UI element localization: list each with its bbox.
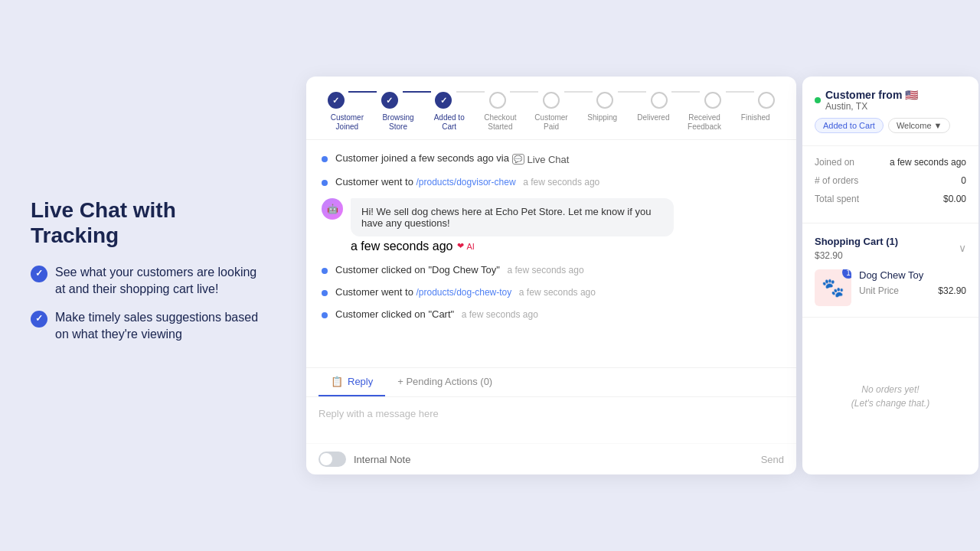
connector-7 <box>671 91 700 93</box>
customer-tags: Added to Cart Welcome ▼ <box>815 118 966 133</box>
feature-text-2: Make timely sales suggestions based on w… <box>55 309 268 344</box>
timestamp-4: a few seconds ago <box>519 287 596 298</box>
step-circle-6 <box>596 92 613 109</box>
page-link-2: /products/dog-chew-toy <box>416 287 512 298</box>
step-label-5: CustomerPaid <box>526 113 577 132</box>
step-label-8: ReceivedFeedback <box>679 113 730 132</box>
unit-price-label: Unit Price <box>859 285 899 296</box>
customer-header: Customer from 🇺🇸 Austin, TX Added to Car… <box>802 77 978 146</box>
step-label-3: Added toCart <box>423 113 475 132</box>
online-indicator <box>815 97 821 103</box>
connector-4 <box>510 91 538 93</box>
total-label: Total spent <box>815 194 859 204</box>
reply-input-area[interactable]: Reply with a message here <box>306 397 796 443</box>
customer-from-label: Customer from <box>825 89 902 101</box>
send-button[interactable]: Send <box>761 454 784 465</box>
activity-went-product: Customer went to /products/dog-chew-toy … <box>322 286 781 298</box>
step-shipping <box>591 92 619 109</box>
step-labels: CustomerJoined BrowsingStore Added toCar… <box>322 113 781 132</box>
timestamp-2: a few seconds ago <box>523 177 599 187</box>
info-orders: # of orders 0 <box>815 175 966 186</box>
check-icon-1 <box>31 266 47 282</box>
orders-value: 0 <box>961 175 966 186</box>
cart-item: 🐾 1 Dog Chew Toy Unit Price $32.90 <box>815 269 966 306</box>
reply-tab-label: Reply <box>348 376 373 387</box>
chat-messages: Customer joined a few seconds ago via 💬 … <box>306 140 796 367</box>
connector-1 <box>348 91 377 93</box>
cart-section: Shopping Cart (1) $32.90 ∨ 🐾 1 Dog Chew … <box>802 223 978 318</box>
cart-title: Shopping Cart (1) <box>815 236 898 247</box>
stepper: CustomerJoined BrowsingStore Added toCar… <box>306 77 796 140</box>
step-delivered <box>645 92 673 109</box>
activity-dot-1 <box>322 156 328 162</box>
orders-section: No orders yet! (Let's change that.) <box>802 318 978 474</box>
agent-bubble-footer: a few seconds ago AI <box>351 240 781 253</box>
cart-header[interactable]: Shopping Cart (1) $32.90 ∨ <box>815 234 966 262</box>
step-circle-7 <box>651 92 668 109</box>
activity-dot-3 <box>322 268 328 274</box>
pending-tab-label: + Pending Actions (0) <box>397 376 492 387</box>
feature-list: See what your customers are looking at a… <box>31 264 268 344</box>
cart-item-image: 🐾 1 <box>815 269 851 306</box>
ai-badge: AI <box>457 241 474 251</box>
internal-note-label: Internal Note <box>354 454 410 465</box>
step-label-9: Finished <box>730 113 781 132</box>
cart-price-row: Unit Price $32.90 <box>859 285 966 296</box>
chat-icon: 💬 <box>512 154 524 165</box>
activity-text-5: Customer clicked on "Cart" a few seconds… <box>335 308 781 320</box>
right-panel: Customer from 🇺🇸 Austin, TX Added to Car… <box>802 77 978 474</box>
no-orders-message: No orders yet! (Let's change that.) <box>851 383 929 410</box>
step-customer-paid <box>537 92 565 109</box>
agent-avatar: 🤖 <box>322 198 343 220</box>
agent-message-text: Hi! We sell dog chews here at Echo Pet S… <box>361 206 651 229</box>
reply-placeholder: Reply with a message here <box>318 408 439 419</box>
step-checkout-started <box>483 92 511 109</box>
step-circle-5 <box>543 92 560 109</box>
internal-note-toggle[interactable] <box>318 452 346 467</box>
connector-6 <box>618 91 646 93</box>
chevron-down-icon: ∨ <box>959 242 966 254</box>
activity-text-3: Customer clicked on "Dog Chew Toy" a few… <box>335 264 781 276</box>
customer-info: Joined on a few seconds ago # of orders … <box>802 146 978 223</box>
reply-icon: 📋 <box>331 376 343 387</box>
step-label-1: CustomerJoined <box>322 113 373 132</box>
step-label-4: CheckoutStarted <box>475 113 526 132</box>
customer-status: Customer from 🇺🇸 Austin, TX <box>815 89 966 112</box>
agent-bubble: Hi! We sell dog chews here at Echo Pet S… <box>351 198 674 236</box>
activity-browsed: Customer went to /products/dogvisor-chew… <box>322 176 781 187</box>
step-received-feedback <box>698 92 727 109</box>
cart-total: $32.90 <box>815 250 843 261</box>
step-circle-3 <box>435 92 452 109</box>
step-finished <box>753 92 781 109</box>
main-content: CustomerJoined BrowsingStore Added toCar… <box>299 0 980 551</box>
cart-item-details: Dog Chew Toy Unit Price $32.90 <box>859 269 966 306</box>
activity-clicked-toy: Customer clicked on "Dog Chew Toy" a few… <box>322 264 781 276</box>
step-circle-1 <box>328 92 345 109</box>
reply-tabs: 📋 Reply + Pending Actions (0) <box>306 368 796 397</box>
live-chat-badge: 💬 Live Chat <box>512 154 570 165</box>
connector-3 <box>456 91 485 93</box>
no-orders-line2: (Let's change that.) <box>851 398 929 409</box>
joined-label: Joined on <box>815 157 854 168</box>
chat-footer: 📋 Reply + Pending Actions (0) Reply with… <box>306 367 796 474</box>
step-label-6: Shipping <box>577 113 628 132</box>
activity-text-2: Customer went to /products/dogvisor-chew… <box>335 176 781 187</box>
tab-pending-actions[interactable]: + Pending Actions (0) <box>385 368 505 396</box>
tab-reply[interactable]: 📋 Reply <box>318 368 385 396</box>
customer-location: Austin, TX <box>825 101 918 112</box>
activity-joined: Customer joined a few seconds ago via 💬 … <box>322 152 781 165</box>
timestamp-3: a few seconds ago <box>508 265 584 276</box>
customer-flag: 🇺🇸 <box>905 89 918 101</box>
chat-panel: CustomerJoined BrowsingStore Added toCar… <box>306 77 796 474</box>
step-browsing-store <box>375 92 403 109</box>
connector-2 <box>403 91 431 93</box>
total-value: $0.00 <box>943 194 966 204</box>
activity-text-1: Customer joined a few seconds ago via 💬 … <box>335 152 781 165</box>
step-label-2: BrowsingStore <box>373 113 424 132</box>
activity-text-4: Customer went to /products/dog-chew-toy … <box>335 286 781 298</box>
agent-timestamp: a few seconds ago <box>351 240 452 253</box>
activity-dot-2 <box>322 180 328 186</box>
left-panel: Live Chat with Tracking See what your cu… <box>0 167 299 385</box>
tag-welcome: Welcome ▼ <box>888 118 951 133</box>
feature-item-2: Make timely sales suggestions based on w… <box>31 309 268 344</box>
